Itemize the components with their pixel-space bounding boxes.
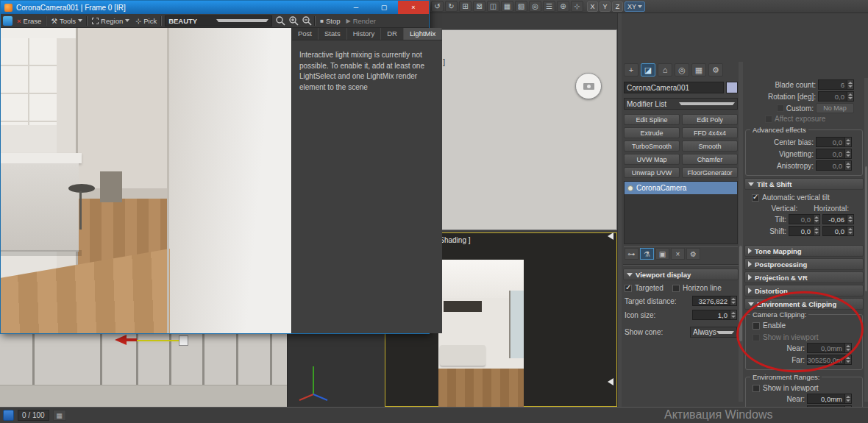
extrude-button[interactable]: Extrude: [624, 127, 680, 138]
tab-history[interactable]: History: [347, 28, 382, 40]
clipping-far-field[interactable]: 305250,0m: [807, 355, 845, 365]
crosshair-icon[interactable]: ⊹: [571, 1, 583, 12]
tab-post[interactable]: Post: [292, 28, 319, 40]
select-circle-icon[interactable]: ◎: [529, 1, 541, 12]
axis-z-button[interactable]: Z: [612, 1, 623, 12]
auto-vertical-tilt-checkbox[interactable]: [752, 194, 759, 202]
remove-modifier-icon[interactable]: ×: [671, 248, 685, 260]
show-cone-dropdown[interactable]: Always: [690, 327, 737, 338]
object-name-field[interactable]: CoronaCamera001: [624, 82, 724, 93]
camera-gizmo[interactable]: [179, 335, 188, 346]
clipping-show-viewport-checkbox[interactable]: [753, 334, 760, 341]
target-distance-field[interactable]: 3276,822: [692, 296, 730, 306]
pick-button[interactable]: ⊹ Pick: [134, 17, 158, 25]
spinner[interactable]: [845, 355, 852, 365]
scrollbar-thumb[interactable]: [739, 246, 742, 341]
edit-spline-button[interactable]: Edit Spline: [624, 114, 680, 125]
erase-button[interactable]: × Erase: [15, 17, 43, 25]
spinner[interactable]: [847, 79, 854, 90]
maximize-button[interactable]: ▢: [370, 1, 398, 14]
ranges-near-field[interactable]: 0,0mm: [807, 394, 845, 404]
axis-plane-dropdown[interactable]: XY: [625, 1, 645, 12]
icon-size-field[interactable]: 1,0: [692, 310, 730, 320]
unwrap-uvw-button[interactable]: Unwrap UVW: [624, 167, 680, 178]
tilt-horizontal-field[interactable]: -0,06: [822, 214, 847, 224]
stack-item-coronacamera[interactable]: CoronaCamera: [625, 182, 737, 194]
tilt-shift-rollout[interactable]: Tilt & Shift: [744, 178, 864, 190]
no-map-button[interactable]: No Map: [816, 103, 854, 113]
render-pass-dropdown[interactable]: BEAUTY: [165, 15, 272, 26]
postprocessing-rollout[interactable]: Postprocessing: [744, 258, 864, 270]
region-button[interactable]: Region: [90, 17, 131, 25]
stop-button[interactable]: ■ Stop: [319, 17, 341, 25]
spinner[interactable]: [845, 160, 852, 171]
viewport-top[interactable]: es ]: [429, 29, 617, 230]
maxscript-icon[interactable]: [3, 410, 14, 421]
minimize-button[interactable]: ─: [342, 1, 370, 14]
render-button[interactable]: ▶ Render: [345, 17, 377, 25]
bind-icon[interactable]: ◫: [487, 1, 499, 12]
spinner[interactable]: [847, 226, 854, 236]
tilt-vertical-field[interactable]: 0,0: [789, 214, 814, 224]
hierarchy-tab[interactable]: ⌂: [658, 63, 672, 77]
center-bias-field[interactable]: 0,0: [816, 137, 845, 147]
scrollbar-thumb[interactable]: [865, 166, 867, 291]
uvw-map-button[interactable]: UVW Map: [624, 154, 680, 165]
spinner[interactable]: [814, 214, 820, 224]
rollout-scrollbar[interactable]: [864, 78, 868, 402]
zoom-in-icon[interactable]: [288, 15, 299, 26]
configure-modifier-sets-icon[interactable]: ⚙: [686, 248, 700, 260]
horizon-line-checkbox[interactable]: [672, 285, 680, 292]
spinner[interactable]: [814, 226, 820, 236]
corona-menu-icon[interactable]: [3, 16, 13, 26]
rotation-field[interactable]: 0,0: [818, 91, 847, 102]
vfb-title-bar[interactable]: CoronaCamera001 | Frame 0 [IR] ─ ▢ ×: [1, 1, 429, 14]
spinner[interactable]: [845, 394, 852, 404]
zoom-out-icon[interactable]: [302, 15, 312, 26]
utilities-tab[interactable]: ⚙: [708, 63, 723, 77]
shift-horizontal-field[interactable]: 0,0: [822, 226, 847, 236]
close-button[interactable]: ×: [398, 1, 429, 14]
affect-exposure-checkbox[interactable]: [765, 115, 772, 123]
tab-dr[interactable]: DR: [381, 28, 404, 40]
edit-poly-button[interactable]: Edit Poly: [682, 114, 738, 125]
distortion-rollout[interactable]: Distortion: [744, 285, 864, 296]
select-filter-icon[interactable]: ▦: [501, 1, 513, 12]
floorgenerator-button[interactable]: FloorGenerator: [682, 167, 738, 178]
unlink-icon[interactable]: ⊠: [473, 1, 485, 12]
viewport-resize-arrow-icon[interactable]: [608, 232, 613, 240]
axis-y-button[interactable]: Y: [600, 1, 611, 12]
create-tab[interactable]: +: [624, 63, 638, 77]
zoom-fit-icon[interactable]: [275, 15, 285, 26]
environment-clipping-rollout[interactable]: Environment & Clipping: [744, 298, 864, 310]
grid-toggle-icon[interactable]: ▦: [53, 410, 66, 421]
object-color-swatch[interactable]: [726, 82, 738, 93]
turbosmooth-button[interactable]: TurboSmooth: [624, 141, 680, 152]
redo-icon[interactable]: ↻: [445, 1, 458, 12]
chamfer-button[interactable]: Chamfer: [682, 154, 738, 165]
viewport-resize-arrow-icon[interactable]: [608, 378, 613, 385]
blade-count-field[interactable]: 6: [818, 79, 847, 90]
projection-vr-rollout[interactable]: Projection & VR: [744, 271, 864, 283]
shift-vertical-field[interactable]: 0,0: [789, 226, 814, 236]
modify-tab[interactable]: ◪: [641, 63, 655, 77]
spinner[interactable]: [845, 137, 852, 147]
show-end-result-icon[interactable]: ⚗: [640, 248, 654, 260]
undo-icon[interactable]: ↺: [431, 1, 444, 12]
targeted-checkbox[interactable]: [625, 285, 632, 292]
spinner[interactable]: [847, 214, 854, 224]
panel-scrollbar[interactable]: [739, 62, 743, 402]
modifier-stack[interactable]: CoronaCamera: [624, 181, 738, 244]
viewport-display-rollout[interactable]: Viewport display: [623, 269, 739, 280]
link-icon[interactable]: ⊞: [459, 1, 472, 12]
camera-icon[interactable]: [575, 73, 602, 99]
tab-stats[interactable]: Stats: [319, 28, 347, 40]
tone-mapping-rollout[interactable]: Tone Mapping: [744, 245, 864, 257]
ranges-show-viewport-checkbox[interactable]: [753, 385, 760, 392]
snap-icon[interactable]: ⊕: [557, 1, 569, 12]
anisotropy-field[interactable]: 0,0: [816, 160, 845, 171]
tools-button[interactable]: ⚒ Tools: [49, 17, 84, 25]
modifier-list-dropdown[interactable]: Modifier List: [624, 98, 738, 110]
enable-clipping-checkbox[interactable]: [753, 322, 760, 330]
custom-checkbox[interactable]: [777, 104, 784, 112]
